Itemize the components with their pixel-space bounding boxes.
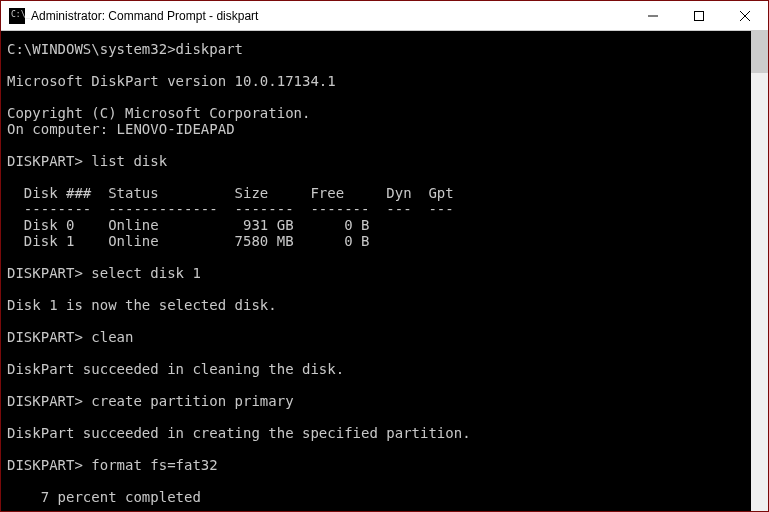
out-clean-ok: DiskPart succeeded in cleaning the disk. [7, 361, 344, 377]
window-title: Administrator: Command Prompt - diskpart [31, 9, 258, 23]
client-area: C:\WINDOWS\system32>diskpart Microsoft D… [1, 31, 768, 511]
prompt-diskpart: DISKPART> [7, 457, 83, 473]
out-copyright: Copyright (C) Microsoft Corporation. [7, 105, 310, 121]
minimize-icon [648, 11, 658, 21]
maximize-button[interactable] [676, 1, 722, 30]
prompt-initial: C:\WINDOWS\system32> [7, 41, 176, 57]
cmd-create: create partition primary [91, 393, 293, 409]
cmd-format: format fs=fat32 [91, 457, 217, 473]
cmd-icon [9, 8, 25, 24]
table-row-1: Disk 1 Online 7580 MB 0 B [7, 233, 369, 249]
maximize-icon [694, 11, 704, 21]
command-prompt-window: Administrator: Command Prompt - diskpart… [0, 0, 769, 512]
out-create-ok: DiskPart succeeded in creating the speci… [7, 425, 471, 441]
terminal-output[interactable]: C:\WINDOWS\system32>diskpart Microsoft D… [1, 31, 751, 511]
scroll-thumb[interactable] [751, 31, 768, 73]
table-header: Disk ### Status Size Free Dyn Gpt [7, 185, 454, 201]
table-rule: -------- ------------- ------- ------- -… [7, 201, 454, 217]
prompt-diskpart: DISKPART> [7, 265, 83, 281]
close-button[interactable] [722, 1, 768, 30]
prompt-diskpart: DISKPART> [7, 329, 83, 345]
close-icon [740, 11, 750, 21]
out-progress: 7 percent completed [7, 489, 201, 505]
prompt-diskpart: DISKPART> [7, 393, 83, 409]
cmd-select: select disk 1 [91, 265, 201, 281]
cmd-list: list disk [91, 153, 167, 169]
minimize-button[interactable] [630, 1, 676, 30]
window-controls [630, 1, 768, 30]
svg-rect-1 [695, 11, 704, 20]
cmd-launch: diskpart [176, 41, 243, 57]
cmd-clean: clean [91, 329, 133, 345]
prompt-diskpart: DISKPART> [7, 153, 83, 169]
table-row-0: Disk 0 Online 931 GB 0 B [7, 217, 369, 233]
vertical-scrollbar[interactable] [751, 31, 768, 511]
out-version: Microsoft DiskPart version 10.0.17134.1 [7, 73, 336, 89]
out-computer: On computer: LENOVO-IDEAPAD [7, 121, 235, 137]
out-selected: Disk 1 is now the selected disk. [7, 297, 277, 313]
titlebar[interactable]: Administrator: Command Prompt - diskpart [1, 1, 768, 31]
